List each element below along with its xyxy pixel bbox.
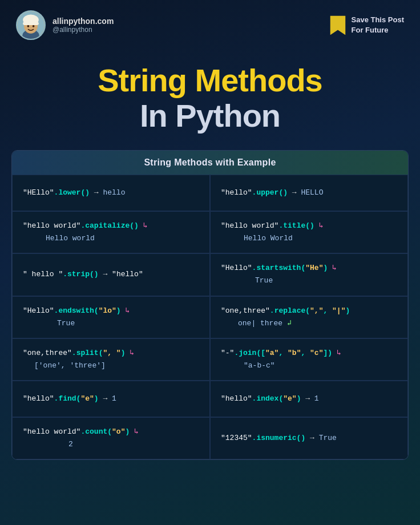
- methods-table: String Methods with Example "HEllo".lowe…: [11, 150, 409, 460]
- bookmark-icon: [330, 15, 346, 35]
- cell-split-code: "one,three".split(", ") ↳ ['one', 'three…: [23, 347, 199, 372]
- cell-title-code: "hello world".title() ↳ Hello World: [221, 220, 397, 245]
- cell-count-code: "hello world".count("o") ↳ 2: [23, 426, 199, 451]
- hero-line2: In Python: [11, 98, 409, 134]
- cell-lower-code: "HEllo".lower() → hello: [23, 187, 199, 199]
- hero-line1: String Methods: [11, 63, 409, 98]
- cell-replace-code: "one,three".replace(",", "|") one| three…: [221, 305, 397, 330]
- hero-title: String Methods In Python: [0, 46, 420, 144]
- header: allinpython.com @allinpython Save This P…: [0, 0, 420, 46]
- cell-startswith: "Hello".startswith("He") ↳ True: [210, 253, 408, 296]
- cell-isnumeric-code: "12345".isnumeric() → True: [221, 432, 397, 445]
- svg-point-7: [33, 25, 35, 27]
- svg-rect-5: [23, 22, 39, 25]
- brand-handle: @allinpython: [52, 26, 114, 34]
- brand-url: allinpython.com: [52, 17, 114, 26]
- cell-index-code: "hello".index("e") → 1: [221, 393, 397, 405]
- brand-info: allinpython.com @allinpython: [52, 17, 114, 34]
- cell-replace: "one,three".replace(",", "|") one| three…: [210, 296, 408, 338]
- save-text: Save This Post For Future: [352, 15, 404, 35]
- cell-lower: "HEllo".lower() → hello: [12, 175, 210, 211]
- cell-strip-code: " hello ".strip() → "hello": [23, 268, 199, 281]
- cell-split: "one,three".split(", ") ↳ ['one', 'three…: [12, 338, 210, 381]
- cell-upper: "hello".upper() → HELLO: [210, 175, 408, 211]
- svg-point-6: [27, 25, 30, 27]
- table-heading: String Methods with Example: [12, 151, 408, 175]
- avatar: [16, 10, 46, 40]
- cell-capitalize-code: "hello world".capitalize() ↳ Hello world: [23, 220, 199, 245]
- cell-upper-code: "hello".upper() → HELLO: [221, 187, 397, 199]
- cell-isnumeric: "12345".isnumeric() → True: [210, 417, 408, 459]
- brand-section: allinpython.com @allinpython: [16, 10, 114, 40]
- cell-join-code: "-".join(["a", "b", "c"]) ↳ "a-b-c": [221, 347, 397, 372]
- cell-endswith: "Hello".endswith("lo") ↳ True: [12, 296, 210, 338]
- cell-join: "-".join(["a", "b", "c"]) ↳ "a-b-c": [210, 338, 408, 381]
- cell-strip: " hello ".strip() → "hello": [12, 253, 210, 296]
- cell-index: "hello".index("e") → 1: [210, 381, 408, 417]
- cell-startswith-code: "Hello".startswith("He") ↳ True: [221, 262, 397, 287]
- cell-endswith-code: "Hello".endswith("lo") ↳ True: [23, 305, 199, 330]
- cell-find: "hello".find("e") → 1: [12, 381, 210, 417]
- cell-find-code: "hello".find("e") → 1: [23, 393, 199, 405]
- cell-count: "hello world".count("o") ↳ 2: [12, 417, 210, 459]
- table-grid: "HEllo".lower() → hello "hello".upper() …: [12, 175, 408, 459]
- save-cta[interactable]: Save This Post For Future: [330, 15, 404, 35]
- cell-capitalize: "hello world".capitalize() ↳ Hello world: [12, 211, 210, 253]
- cell-title: "hello world".title() ↳ Hello World: [210, 211, 408, 253]
